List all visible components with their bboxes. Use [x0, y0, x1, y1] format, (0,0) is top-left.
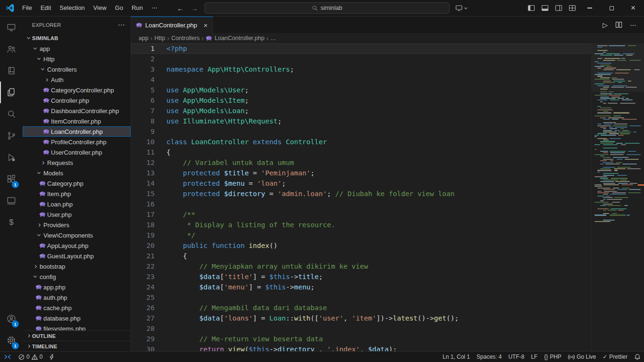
notifications-button[interactable]: [631, 352, 644, 362]
go-live-button[interactable]: Go Live: [565, 352, 599, 362]
indentation-status[interactable]: Spaces: 4: [473, 352, 505, 362]
code-line-1[interactable]: 1<?php: [131, 43, 591, 54]
tree-folder-bootstrap[interactable]: bootstrap: [23, 261, 131, 272]
breadcrumb-item-loancontroller-php[interactable]: LoanController.php: [206, 35, 264, 41]
code-line-11[interactable]: 11{: [131, 147, 591, 157]
close-button[interactable]: ×: [622, 0, 644, 16]
remote-indicator[interactable]: [0, 352, 15, 362]
outline-panel-header[interactable]: OUTLINE: [23, 330, 131, 341]
workspace-section-header[interactable]: SIMINLAB: [23, 33, 131, 43]
code-line-10[interactable]: 10class LoanController extends Controlle…: [131, 137, 591, 147]
minimize-button[interactable]: [579, 0, 601, 16]
tree-folder-models[interactable]: Models: [23, 168, 131, 178]
remote-window-button[interactable]: [455, 4, 468, 12]
remote-explorer-icon[interactable]: [0, 16, 23, 38]
search-box[interactable]: siminlab: [205, 2, 450, 14]
tree-file-guestlayout-php[interactable]: GuestLayout.php: [23, 251, 131, 261]
tree-file-categorycontroller-php[interactable]: CategoryController.php: [23, 85, 131, 95]
tree-folder-providers[interactable]: Providers: [23, 220, 131, 230]
menu-go[interactable]: Go: [111, 0, 127, 16]
eol-status[interactable]: LF: [528, 352, 541, 362]
tree-file-dashboardcontroller-php[interactable]: DashboardController.php: [23, 106, 131, 116]
tree-file-item-php[interactable]: Item.php: [23, 189, 131, 199]
code-line-4[interactable]: 4: [131, 74, 591, 85]
code-line-6[interactable]: 6use App\Models\Item;: [131, 95, 591, 106]
code-line-2[interactable]: 2: [131, 54, 591, 64]
tree-file-auth-php[interactable]: auth.php: [23, 292, 131, 303]
tree-file-loan-php[interactable]: Loan.php: [23, 199, 131, 209]
tree-file-loancontroller-php[interactable]: LoanController.php: [23, 126, 131, 137]
code-line-27[interactable]: 27 $data['loans'] = Loan::with(['user', …: [131, 313, 591, 323]
code-line-25[interactable]: 25: [131, 292, 591, 303]
tree-file-user-php[interactable]: User.php: [23, 209, 131, 220]
code-line-19[interactable]: 19 */: [131, 230, 591, 240]
tree-folder-http[interactable]: Http: [23, 54, 131, 64]
language-status[interactable]: {} PHP: [541, 352, 565, 362]
menu-view[interactable]: View: [89, 0, 111, 16]
code-area[interactable]: 1<?php23namespace App\Http\Controllers;4…: [131, 43, 591, 351]
menu-edit[interactable]: Edit: [36, 0, 55, 16]
forward-button[interactable]: →: [190, 4, 199, 12]
code-line-12[interactable]: 12 // Variabel untuk data umum: [131, 157, 591, 168]
code-line-24[interactable]: 24 $data['menu'] = $this->menu;: [131, 282, 591, 292]
code-line-30[interactable]: 30 return view($this->directory . '.inde…: [131, 344, 591, 351]
tree-file-profilecontroller-php[interactable]: ProfileController.php: [23, 137, 131, 147]
tree-file-filesystems-php[interactable]: filesystems.php: [23, 323, 131, 330]
cursor-position-status[interactable]: Ln 1, Col 1: [439, 352, 473, 362]
search-icon[interactable]: [0, 103, 23, 125]
tree-file-cache-php[interactable]: cache.php: [23, 303, 131, 313]
breadcrumb-item-controllers[interactable]: Controllers: [171, 35, 199, 41]
toggle-sidebar-left-icon[interactable]: [524, 0, 538, 16]
run-debug-icon[interactable]: [0, 147, 23, 168]
code-line-3[interactable]: 3namespace App\Http\Controllers;: [131, 64, 591, 74]
toggle-sidebar-right-icon[interactable]: [552, 0, 565, 16]
menu-file[interactable]: File: [18, 0, 36, 16]
breadcrumb-item-app[interactable]: app: [139, 35, 149, 41]
source-control-icon[interactable]: [0, 125, 23, 147]
prettier-status[interactable]: ✓ Prettier: [599, 352, 631, 362]
code-line-20[interactable]: 20 public function index(): [131, 240, 591, 251]
code-line-14[interactable]: 14 protected $menu = 'loan';: [131, 178, 591, 189]
tree-folder-requests[interactable]: Requests: [23, 157, 131, 168]
menu-selection[interactable]: Selection: [55, 0, 89, 16]
timeline-panel-header[interactable]: TIMELINE: [23, 341, 131, 351]
tree-folder-config[interactable]: config: [23, 272, 131, 282]
explorer-more-actions-button[interactable]: ⋯: [118, 21, 125, 29]
code-line-5[interactable]: 5use App\Models\User;: [131, 85, 591, 95]
code-line-7[interactable]: 7use App\Models\Loan;: [131, 106, 591, 116]
code-line-17[interactable]: 17 /**: [131, 209, 591, 220]
code-line-29[interactable]: 29 // Me-return view beserta data: [131, 334, 591, 344]
code-line-21[interactable]: 21 {: [131, 251, 591, 261]
code-line-23[interactable]: 23 $data['title'] = $this->title;: [131, 272, 591, 282]
code-line-13[interactable]: 13 protected $title = 'Peminjaman';: [131, 168, 591, 178]
code-line-9[interactable]: 9: [131, 126, 591, 137]
tree-file-app-php[interactable]: app.php: [23, 282, 131, 292]
code-line-28[interactable]: 28: [131, 323, 591, 334]
breadcrumb-item-http[interactable]: Http: [155, 35, 165, 41]
maximize-button[interactable]: [601, 0, 622, 16]
editor-more-button[interactable]: ⋯: [630, 21, 636, 29]
customize-layout-icon[interactable]: [565, 0, 579, 16]
problems-status[interactable]: 0 0: [15, 352, 46, 362]
tree-file-usercontroller-php[interactable]: UserController.php: [23, 147, 131, 157]
tree-folder-view-components[interactable]: View\Components: [23, 230, 131, 240]
live-share-icon[interactable]: [0, 38, 23, 60]
menu-run[interactable]: Run: [127, 0, 147, 16]
tree-file-itemcontroller-php[interactable]: ItemController.php: [23, 116, 131, 126]
tree-file-applayout-php[interactable]: AppLayout.php: [23, 240, 131, 251]
back-button[interactable]: ←: [176, 4, 185, 12]
code-line-26[interactable]: 26 // Mengambil data dari database: [131, 303, 591, 313]
tree-folder-controllers[interactable]: Controllers: [23, 64, 131, 74]
tree-file-database-php[interactable]: database.php: [23, 313, 131, 323]
tree-folder-auth[interactable]: Auth: [23, 74, 131, 85]
explorer-files-icon[interactable]: [0, 82, 23, 103]
dollar-sign-icon[interactable]: $: [0, 212, 23, 233]
close-tab-button[interactable]: ×: [204, 21, 208, 29]
tab-loancontroller-php[interactable]: LoanController.php ×: [131, 16, 213, 33]
code-line-8[interactable]: 8use Illuminate\Http\Request;: [131, 116, 591, 126]
extensions-icon[interactable]: 1: [0, 168, 23, 190]
menu-more[interactable]: ⋯: [147, 0, 162, 16]
tree-file-controller-php[interactable]: Controller.php: [23, 95, 131, 106]
split-editor-button[interactable]: [615, 21, 622, 28]
code-line-22[interactable]: 22 // Menyiapkan array untuk dikirim ke …: [131, 261, 591, 272]
